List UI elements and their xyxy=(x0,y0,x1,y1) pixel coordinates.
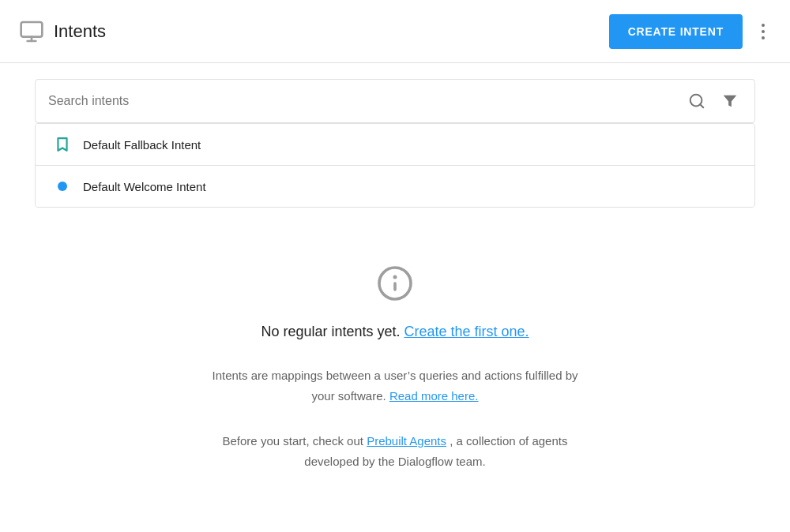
intent-item-fallback[interactable]: Default Fallback Intent xyxy=(36,124,754,166)
main-content: Default Fallback Intent Default Welcome … xyxy=(16,63,774,519)
more-options-icon[interactable] xyxy=(755,17,771,46)
page-title: Intents xyxy=(54,21,106,42)
filter-icon xyxy=(721,92,739,110)
empty-state: No regular intents yet. Create the first… xyxy=(35,239,755,503)
create-first-link[interactable]: Create the first one. xyxy=(404,324,529,339)
svg-line-7 xyxy=(700,104,703,107)
create-intent-button[interactable]: CREATE INTENT xyxy=(609,14,743,49)
filter-button[interactable] xyxy=(718,89,742,113)
search-button[interactable] xyxy=(685,89,709,113)
bookmark-icon xyxy=(55,137,70,152)
no-intents-prefix: No regular intents yet. xyxy=(261,324,400,339)
description-line2: your software. xyxy=(312,389,386,403)
intent-list: Default Fallback Intent Default Welcome … xyxy=(35,123,755,208)
header: Intents CREATE INTENT xyxy=(0,0,790,63)
description-line1: Intents are mappings between a user’s qu… xyxy=(212,369,577,382)
search-icon xyxy=(688,92,705,110)
search-input[interactable] xyxy=(48,94,685,108)
prebuilt-agents-link[interactable]: Prebuilt Agents xyxy=(367,434,446,448)
header-right: CREATE INTENT xyxy=(609,14,771,49)
intent-name-welcome: Default Welcome Intent xyxy=(83,180,206,193)
svg-rect-0 xyxy=(21,22,43,37)
intent-name-fallback: Default Fallback Intent xyxy=(83,138,201,152)
no-intents-text: No regular intents yet. Create the first… xyxy=(51,324,739,340)
search-icons xyxy=(685,89,742,113)
read-more-link[interactable]: Read more here. xyxy=(389,389,479,403)
svg-point-3 xyxy=(762,24,765,27)
before-line1: Before you start, check out xyxy=(223,434,363,448)
info-icon xyxy=(376,264,414,302)
header-left: Intents xyxy=(19,19,106,44)
description-text: Intents are mappings between a user’s qu… xyxy=(174,365,616,406)
svg-point-5 xyxy=(762,36,765,39)
search-box xyxy=(35,79,755,123)
svg-point-4 xyxy=(762,30,765,33)
before-line3: developed by the Dialogflow team. xyxy=(304,455,485,468)
before-line2: , a collection of agents xyxy=(450,434,567,448)
intent-item-welcome[interactable]: Default Welcome Intent xyxy=(36,166,754,207)
before-text: Before you start, check out Prebuilt Age… xyxy=(174,431,616,471)
dot-icon xyxy=(55,178,70,194)
intents-icon xyxy=(19,19,44,44)
